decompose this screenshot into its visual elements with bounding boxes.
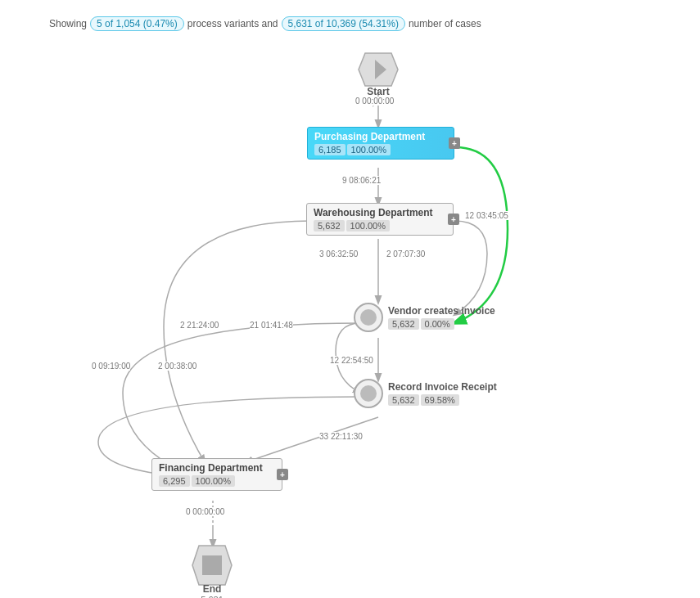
edge-label-e2: 9 08:06:21 (342, 176, 381, 185)
vendor-node[interactable]: Vendor creates invoice 5,632 0.00% (354, 303, 495, 332)
purchasing-label: Purchasing Department (314, 131, 425, 142)
edge-label-e3: 12 03:45:05 (465, 211, 508, 220)
edge-label-e1: 0 00:00:00 (355, 97, 394, 106)
vendor-circle (354, 303, 383, 332)
info-bar: Showing 5 of 1,054 (0.47%) process varia… (49, 16, 481, 31)
info-suffix: number of cases (409, 18, 481, 29)
record-circle (354, 379, 383, 408)
cases-pill[interactable]: 5,631 of 10,369 (54.31%) (282, 16, 405, 31)
purchasing-stat1: 6,185 (314, 144, 345, 155)
financing-stat2: 100.00% (192, 475, 235, 487)
record-stat1: 5,632 (388, 394, 419, 406)
financing-node[interactable]: + Financing Department 6,295 100.00% (151, 458, 282, 491)
record-node[interactable]: Record Invoice Receipt 5,632 69.58% (354, 379, 497, 408)
warehousing-label: Warehousing Department (314, 207, 433, 218)
start-label: Start (367, 86, 389, 97)
info-middle: process variants and (187, 18, 278, 29)
end-label: End (203, 583, 222, 595)
warehousing-node[interactable]: + Warehousing Department 5,632 100.00% (306, 203, 454, 236)
end-value: 5,631 (201, 595, 224, 598)
record-label: Record Invoice Receipt (388, 381, 497, 393)
vendor-label: Vendor creates invoice (388, 305, 495, 317)
edge-label-e12: 0 00:00:00 (186, 507, 224, 516)
info-prefix: Showing (49, 18, 87, 29)
financing-expand-icon[interactable]: + (277, 469, 288, 480)
warehousing-expand-icon[interactable]: + (448, 214, 459, 225)
edge-label-e5: 2 07:07:30 (386, 250, 425, 259)
warehousing-stat2: 100.00% (346, 220, 390, 232)
record-stat2: 69.58% (421, 394, 459, 406)
edge-label-e8: 12 22:54:50 (330, 356, 373, 365)
end-node: End 5,631 (191, 544, 233, 598)
vendor-stat1: 5,632 (388, 318, 419, 330)
svg-rect-10 (202, 555, 222, 575)
variants-pill[interactable]: 5 of 1,054 (0.47%) (90, 16, 184, 31)
vendor-stat2: 0.00% (421, 318, 454, 330)
financing-label: Financing Department (159, 462, 263, 474)
financing-stat1: 6,295 (159, 475, 190, 487)
purchasing-node[interactable]: + Purchasing Department 6,185 100.00% (307, 127, 454, 160)
edge-label-e6: 2 21:24:00 (180, 321, 219, 330)
edge-label-e7: 21 01:41:48 (250, 321, 293, 330)
edge-label-e9: 0 09:19:00 (92, 362, 130, 371)
purchasing-stat2: 100.00% (347, 144, 391, 155)
edge-label-e10: 2 00:38:00 (158, 362, 196, 371)
edge-label-e11: 33 22:11:30 (319, 432, 363, 441)
purchasing-expand-icon[interactable]: + (449, 137, 460, 149)
warehousing-stat1: 5,632 (314, 220, 345, 232)
edge-label-e4: 3 06:32:50 (319, 250, 358, 259)
